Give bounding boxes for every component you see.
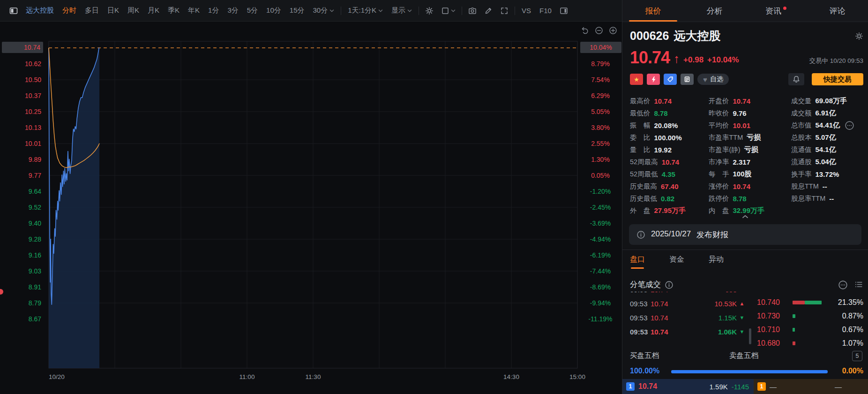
- subtab-funds[interactable]: 资金: [669, 255, 684, 265]
- ladder-row[interactable]: 10.74021.35%: [757, 296, 865, 309]
- chart-settings-icon[interactable]: [421, 7, 437, 15]
- toolbar-item-min-10[interactable]: 10分: [262, 6, 285, 15]
- stock-header: 000626 远大控股: [630, 28, 863, 44]
- toolbar-item-label: 10分: [266, 6, 281, 15]
- stats-row: 最低价8.78昨收价9.76成交额6.91亿: [630, 107, 865, 119]
- toolbar-item-day-k[interactable]: 日K: [103, 6, 123, 15]
- gear-icon[interactable]: [855, 32, 863, 40]
- info-icon[interactable]: [665, 280, 673, 289]
- stat-cell: 涨停价10.74: [709, 182, 791, 191]
- toolbar-item-min-1[interactable]: 1分: [204, 6, 223, 15]
- price-axis-label: 8.91: [2, 283, 41, 291]
- toolbar-item-f10[interactable]: F10: [535, 7, 556, 15]
- more-icon[interactable]: [845, 121, 854, 130]
- tick-trade-list[interactable]: 09:5310.74653▲09:5310.7410.53K▲09:5310.7…: [626, 292, 747, 347]
- toolbar-item-month-k[interactable]: 月K: [143, 6, 164, 15]
- stat-value: 32.99万手: [733, 206, 765, 215]
- ladder-row[interactable]: 10.7100.67%: [757, 323, 865, 336]
- percent-axis-label: -9.94%: [580, 299, 621, 307]
- percent-axis-label: 8.79%: [580, 60, 621, 68]
- ask-level-1[interactable]: 1 — —: [754, 379, 868, 394]
- drawing-board-icon[interactable]: [437, 7, 459, 15]
- toolbar-item-label: 季K: [168, 6, 180, 15]
- fullscreen-icon[interactable]: [496, 7, 512, 15]
- zoom-out-icon[interactable]: [594, 25, 604, 36]
- panel-tab-label: 资讯: [765, 6, 781, 16]
- toolbar-item-interval-combo[interactable]: 1天:1分K: [344, 6, 387, 15]
- toolbar-item-multiday[interactable]: 多日: [81, 6, 103, 15]
- stat-label: 成交量: [791, 97, 812, 106]
- stat-cell: 振 幅20.08%: [630, 121, 709, 130]
- tick-section-header: 分笔成交: [630, 278, 863, 292]
- panel-tab-news[interactable]: 资讯: [745, 0, 807, 22]
- draw-icon[interactable]: [480, 7, 496, 15]
- tick-row[interactable]: 09:5310.741.15K▼: [626, 311, 747, 325]
- bid-level-1[interactable]: 1 10.74 1.59K -1145: [622, 379, 754, 394]
- reset-zoom-icon[interactable]: [580, 25, 590, 36]
- stat-cell: 总市值54.41亿: [791, 121, 865, 130]
- toolbar-item-min-3[interactable]: 3分: [223, 6, 242, 15]
- zoom-in-icon[interactable]: [608, 25, 618, 36]
- toolbar-item-min-5[interactable]: 5分: [243, 6, 262, 15]
- ladder-row[interactable]: 10.7300.87%: [757, 309, 865, 323]
- screenshot-icon[interactable]: [464, 7, 480, 15]
- depth-level-badge[interactable]: 5: [852, 351, 862, 361]
- chart-canvas[interactable]: [0, 22, 622, 394]
- stat-value: 54.1亿: [816, 145, 836, 154]
- stat-value: 亏损: [747, 133, 761, 142]
- toolbar-item-min-15[interactable]: 15分: [285, 6, 309, 15]
- tick-row[interactable]: 09:5310.7410.53K▲: [626, 296, 747, 311]
- subtab-movements[interactable]: 异动: [709, 255, 724, 265]
- ladder-row[interactable]: 10.6801.07%: [757, 336, 865, 350]
- stat-cell: 最高价10.74: [630, 97, 709, 106]
- timeshare-chart[interactable]: 10.7410.6210.5010.3710.2510.1310.019.899…: [0, 22, 622, 394]
- bell-button[interactable]: [788, 73, 804, 85]
- ask-level-badge: 1: [757, 382, 766, 391]
- subtab-order-book[interactable]: 盘口: [630, 255, 645, 265]
- ladder-percent: 21.35%: [834, 298, 865, 307]
- panel-tab-comments[interactable]: 评论: [807, 0, 868, 22]
- bid-price: 10.74: [638, 382, 657, 391]
- quick-trade-button[interactable]: 快捷交易: [812, 73, 863, 85]
- stat-value: 20.08%: [654, 121, 678, 129]
- toolbar-item-symbol-tab[interactable]: 远大控股: [22, 6, 58, 15]
- percent-axis-label: 6.29%: [580, 91, 621, 100]
- toggle-panel-icon[interactable]: [556, 7, 572, 15]
- stat-label: 最高价: [630, 97, 651, 106]
- percent-axis-label: -11.19%: [580, 315, 621, 323]
- window-layout-icon[interactable]: [6, 7, 22, 15]
- toolbar-item-min-30[interactable]: 30分: [308, 6, 338, 15]
- stat-cell: 换手率13.72%: [791, 170, 865, 179]
- note-badge[interactable]: [681, 74, 694, 85]
- collapse-button[interactable]: [622, 215, 868, 219]
- toolbar-item-display-menu[interactable]: 显示: [387, 6, 416, 15]
- panel-tab-quote[interactable]: 报价: [622, 0, 684, 22]
- stat-value: 0.82: [661, 195, 674, 203]
- stat-value: 10.01: [733, 121, 751, 129]
- tick-row[interactable]: 09:5310.741.06K▼: [626, 325, 747, 339]
- list-icon[interactable]: [854, 280, 863, 290]
- toolbar-item-year-k[interactable]: 年K: [184, 6, 204, 15]
- percent-axis-label: -2.45%: [580, 203, 621, 212]
- scrollbar-thumb[interactable]: [749, 328, 751, 344]
- toolbar-item-compare[interactable]: VS: [517, 7, 535, 15]
- toolbar-item-label: 30分: [313, 6, 328, 15]
- watchlist-button[interactable]: ♥自选: [697, 74, 729, 85]
- announcement-card[interactable]: 2025/10/27 发布财报: [629, 224, 861, 245]
- toolbar-item-timeshare[interactable]: 分时: [58, 6, 81, 15]
- label-badge[interactable]: [664, 74, 677, 85]
- price-volume-ladder[interactable]: 10.74021.35%10.7300.87%10.7100.67%10.680…: [757, 296, 865, 350]
- panel-tab-analysis[interactable]: 分析: [684, 0, 745, 22]
- movement-badge[interactable]: [647, 74, 660, 85]
- more-icon[interactable]: [838, 280, 848, 290]
- toolbar-item-week-k[interactable]: 周K: [123, 6, 143, 15]
- toolbar-item-quarter-k[interactable]: 季K: [164, 6, 184, 15]
- stat-value: 4.35: [662, 170, 675, 178]
- tick-title: 分笔成交: [630, 280, 661, 290]
- sell-depth-label: 卖盘五档: [729, 351, 758, 361]
- cn-market-badge[interactable]: ★: [630, 74, 643, 85]
- stat-label: 市盈率TTM: [709, 133, 743, 142]
- tick-row[interactable]: 09:5310.74653▲: [626, 292, 747, 296]
- ladder-price: 10.710: [757, 326, 791, 334]
- stat-label: 成交额: [791, 109, 812, 118]
